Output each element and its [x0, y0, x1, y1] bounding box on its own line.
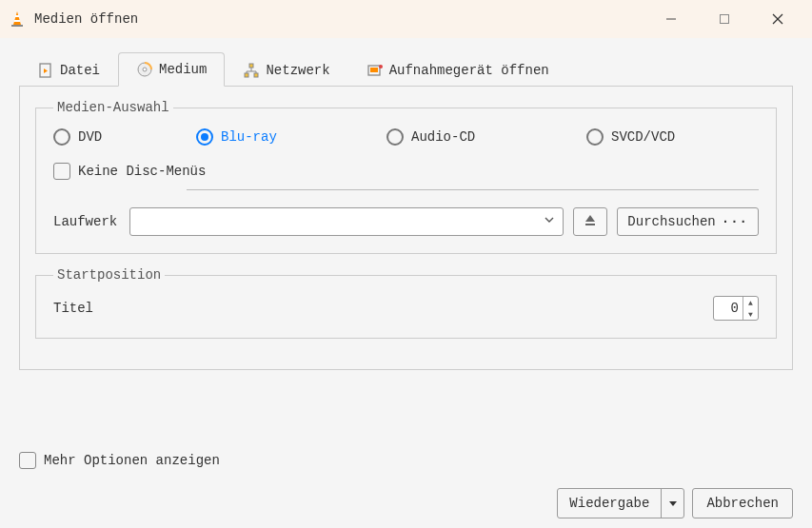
cancel-button[interactable]: Abbrechen	[692, 488, 793, 518]
start-position-group: Startposition Titel 0 ▲ ▼	[35, 267, 777, 339]
eject-button[interactable]	[573, 207, 607, 236]
title-spinner[interactable]: 0 ▲ ▼	[713, 296, 759, 321]
checkbox-more-options[interactable]: Mehr Optionen anzeigen	[19, 452, 793, 469]
minimize-button[interactable]	[644, 0, 698, 38]
svg-rect-1	[11, 25, 23, 27]
maximize-button[interactable]	[698, 0, 751, 38]
svg-rect-12	[249, 64, 253, 68]
svg-rect-5	[721, 15, 729, 24]
chevron-down-icon	[544, 214, 555, 229]
radio-audiocd[interactable]: Audio-CD	[386, 128, 586, 146]
divider	[187, 189, 759, 190]
svg-rect-3	[14, 20, 20, 22]
media-selection-legend: Medien-Auswahl	[53, 100, 173, 115]
tab-disc-label: Medium	[159, 62, 207, 77]
svg-marker-0	[13, 11, 21, 25]
start-position-legend: Startposition	[53, 267, 165, 283]
tab-file-label: Datei	[60, 63, 100, 78]
tab-file[interactable]: Datei	[19, 52, 118, 87]
network-icon	[243, 62, 260, 79]
tabs: Datei Medium Netzwerk Aufnahmegerät öffn…	[19, 51, 793, 87]
ellipsis-icon: ···	[722, 214, 748, 229]
tab-disc[interactable]: Medium	[118, 52, 225, 87]
browse-button-label: Durchsuchen	[627, 214, 715, 229]
titlebar: Medien öffnen	[0, 0, 812, 38]
radio-svcd-label: SVCD/VCD	[611, 129, 675, 145]
radio-svcd[interactable]: SVCD/VCD	[586, 128, 675, 146]
svg-marker-9	[44, 68, 48, 73]
capture-icon	[366, 62, 384, 79]
disc-panel: Medien-Auswahl DVD Blu-ray Audio-CD SVCD…	[19, 87, 793, 370]
radio-audiocd-label: Audio-CD	[411, 129, 475, 145]
close-button[interactable]	[751, 0, 804, 38]
checkbox-icon	[53, 163, 70, 180]
radio-dvd[interactable]: DVD	[53, 128, 196, 146]
disc-icon	[136, 61, 153, 78]
tab-network[interactable]: Netzwerk	[225, 52, 347, 87]
svg-rect-23	[585, 224, 595, 225]
media-selection-group: Medien-Auswahl DVD Blu-ray Audio-CD SVCD…	[35, 100, 777, 254]
window-title: Medien öffnen	[34, 11, 644, 27]
play-dropdown[interactable]	[661, 489, 683, 518]
cancel-button-label: Abbrechen	[706, 496, 779, 511]
svg-rect-20	[370, 68, 378, 72]
vlc-cone-icon	[8, 10, 27, 29]
play-button-label: Wiedergabe	[558, 496, 661, 511]
more-options-label: Mehr Optionen anzeigen	[44, 453, 220, 468]
caret-down-icon	[668, 499, 678, 508]
eject-icon	[584, 213, 597, 230]
drive-combobox[interactable]	[129, 207, 564, 236]
radio-bluray-label: Blu-ray	[221, 129, 277, 145]
svg-rect-14	[254, 73, 258, 77]
spinner-up-icon[interactable]: ▲	[743, 297, 758, 308]
radio-icon	[386, 128, 404, 146]
checkbox-no-disc-menus[interactable]: Keine Disc-Menüs	[53, 163, 759, 180]
browse-button[interactable]: Durchsuchen ···	[617, 207, 759, 236]
svg-marker-24	[669, 501, 677, 506]
checkbox-icon	[19, 452, 36, 469]
svg-marker-22	[585, 215, 595, 222]
tab-capture-label: Aufnahmegerät öffnen	[389, 63, 549, 78]
radio-dvd-label: DVD	[78, 129, 102, 145]
file-icon	[37, 62, 54, 79]
radio-icon	[196, 128, 213, 146]
radio-icon	[53, 128, 70, 146]
title-value: 0	[714, 301, 743, 316]
title-label: Titel	[53, 301, 93, 316]
play-button[interactable]: Wiedergabe	[557, 488, 684, 518]
tab-network-label: Netzwerk	[266, 63, 329, 78]
checkbox-no-disc-menus-label: Keine Disc-Menüs	[78, 164, 206, 179]
tab-capture[interactable]: Aufnahmegerät öffnen	[348, 52, 567, 87]
svg-point-11	[143, 68, 147, 71]
radio-bluray[interactable]: Blu-ray	[196, 128, 386, 146]
drive-label: Laufwerk	[53, 214, 120, 229]
spinner-down-icon[interactable]: ▼	[743, 308, 758, 320]
svg-rect-13	[245, 73, 248, 77]
radio-icon	[586, 128, 604, 146]
svg-point-21	[379, 65, 383, 68]
svg-rect-2	[15, 15, 19, 17]
